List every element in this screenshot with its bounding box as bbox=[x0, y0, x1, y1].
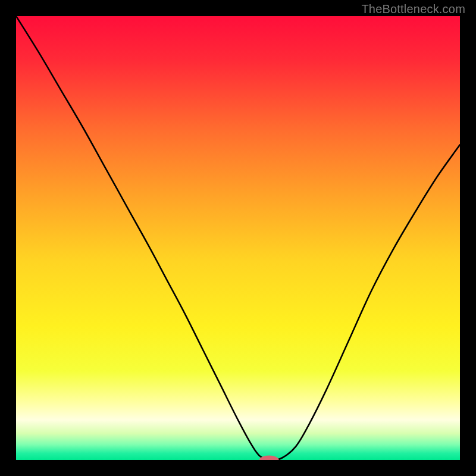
bottleneck-chart bbox=[16, 16, 460, 460]
gradient-background bbox=[16, 16, 460, 460]
chart-frame: TheBottleneck.com bbox=[0, 0, 476, 476]
watermark-text: TheBottleneck.com bbox=[361, 2, 465, 16]
